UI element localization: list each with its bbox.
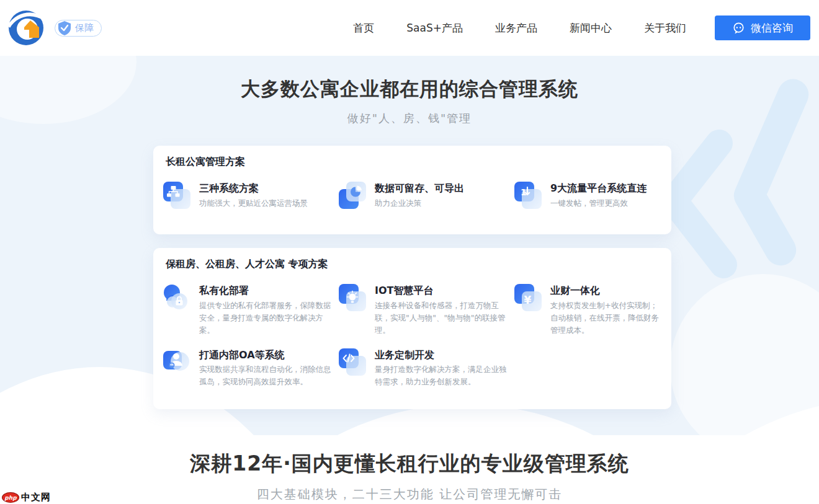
feature-desc: 量身打造数字化解决方案，满足企业独特需求，助力业务创新发展。: [375, 363, 514, 388]
svg-text:¥: ¥: [524, 294, 532, 306]
feature-private-deploy: 私有化部署 提供专业的私有化部署服务，保障数据安全，量身打造专属的数字化解决方案…: [163, 283, 338, 337]
nav-item-business-products[interactable]: 业务产品: [495, 21, 537, 35]
shield-check-icon: [56, 20, 73, 36]
code-icon: [338, 348, 367, 376]
feature-grid: 三种系统方案 功能强大，更贴近公寓运营场景 数据可留存、可导出 助力企业决策: [163, 181, 665, 210]
feature-desc: 助力企业决策: [375, 197, 464, 210]
company-logo-icon[interactable]: [6, 8, 46, 48]
feature-three-systems: 三种系统方案 功能强大，更贴近公寓运营场景: [163, 181, 338, 210]
nav-item-saas-products[interactable]: SaaS+产品: [406, 21, 463, 35]
hero-subtitle: 做好"人、房、钱"管理: [0, 111, 819, 126]
feature-traffic-platforms: 1 9大流量平台系统直连 一键发帖，管理更高效: [514, 181, 665, 210]
feature-desc: 支持权责发生制+收付实现制；自动核销，在线开票，降低财务管理成本。: [550, 299, 665, 337]
top-header: 保障 首页 SaaS+产品 业务产品 新闻中心 关于我们 微信咨询: [0, 0, 819, 56]
feature-iot-platform: IOT智慧平台 连接各种设备和传感器，打造万物互联，实现"人与物"、"物与物"的…: [338, 283, 514, 337]
hero-section: 大多数公寓企业都在用的综合管理系统 做好"人、房、钱"管理 长租公寓管理方案 三…: [0, 56, 819, 435]
feature-text: 私有化部署 提供专业的私有化部署服务，保障数据安全，量身打造专属的数字化解决方案…: [199, 283, 338, 337]
feature-text: 业财一体化 支持权责发生制+收付实现制；自动核销，在线开票，降低财务管理成本。: [550, 283, 665, 337]
feature-title: 业务定制开发: [375, 348, 514, 362]
feature-desc: 一键发帖，管理更高效: [550, 197, 647, 210]
site-watermark: php 中文网: [2, 492, 51, 503]
feature-title: 数据可留存、可导出: [375, 181, 464, 195]
wechat-consult-button-label: 微信咨询: [751, 21, 793, 35]
experience-subtitle: 四大基础模块，二十三大功能 让公司管理无懈可击: [0, 486, 819, 503]
org-chart-icon: [163, 181, 191, 210]
wechat-consult-button[interactable]: 微信咨询: [715, 15, 810, 40]
nav-item-news-center[interactable]: 新闻中心: [570, 21, 612, 35]
php-logo-icon: php: [2, 492, 19, 503]
iot-bulb-icon: [338, 283, 367, 312]
guarantee-badge: 保障: [55, 20, 102, 37]
feature-data-export: 数据可留存、可导出 助力企业决策: [338, 181, 514, 210]
feature-text: 9大流量平台系统直连 一键发帖，管理更高效: [550, 181, 647, 210]
feature-text: 三种系统方案 功能强大，更贴近公寓运营场景: [199, 181, 308, 210]
feature-text: 业务定制开发 量身打造数字化解决方案，满足企业独特需求，助力业务创新发展。: [375, 348, 514, 389]
traffic-rank-icon: 1: [514, 181, 542, 210]
chat-bubble-icon: [732, 22, 745, 35]
experience-title: 深耕12年·国内更懂长租行业的专业级管理系统: [0, 450, 819, 478]
experience-section: 深耕12年·国内更懂长租行业的专业级管理系统 四大基础模块，二十三大功能 让公司…: [0, 434, 819, 503]
yen-icon: ¥: [514, 283, 542, 312]
feature-text: 数据可留存、可导出 助力企业决策: [375, 181, 464, 210]
hero-title: 大多数公寓企业都在用的综合管理系统: [0, 76, 819, 102]
card-title: 长租公寓管理方案: [166, 156, 245, 169]
guarantee-badge-label: 保障: [75, 22, 94, 34]
main-nav: 首页 SaaS+产品 业务产品 新闻中心 关于我们: [353, 21, 686, 35]
feature-title: 9大流量平台系统直连: [550, 181, 647, 195]
feature-desc: 实现数据共享和流程自动化，消除信息孤岛，实现协同高效提升效率。: [199, 363, 338, 388]
feature-title: 业财一体化: [550, 283, 665, 298]
feature-title: 打通内部OA等系统: [199, 348, 338, 362]
cloud-lock-icon: [163, 283, 191, 312]
feature-title: 三种系统方案: [199, 181, 308, 195]
pie-chart-icon: [338, 181, 367, 210]
nav-item-about-us[interactable]: 关于我们: [644, 21, 686, 35]
card-changzu-solution: 长租公寓管理方案 三种系统方案 功能强大，更贴近公寓运营场景: [153, 146, 671, 234]
feature-text: 打通内部OA等系统 实现数据共享和流程自动化，消除信息孤岛，实现协同高效提升效率…: [199, 348, 338, 389]
feature-title: 私有化部署: [199, 283, 338, 298]
feature-title: IOT智慧平台: [375, 283, 514, 298]
nav-item-home[interactable]: 首页: [353, 21, 374, 35]
card-title: 保租房、公租房、人才公寓 专项方案: [166, 258, 328, 271]
card-special-solution: 保租房、公租房、人才公寓 专项方案 私有化部署 提供专业的私有化部署服务，保障数…: [153, 248, 671, 409]
user-link-icon: [163, 348, 191, 376]
feature-desc: 提供专业的私有化部署服务，保障数据安全，量身打造专属的数字化解决方案。: [199, 299, 338, 337]
feature-oa-integration: 打通内部OA等系统 实现数据共享和流程自动化，消除信息孤岛，实现协同高效提升效率…: [163, 348, 338, 389]
feature-custom-dev: 业务定制开发 量身打造数字化解决方案，满足企业独特需求，助力业务创新发展。: [338, 348, 514, 389]
feature-grid: 私有化部署 提供专业的私有化部署服务，保障数据安全，量身打造专属的数字化解决方案…: [163, 283, 665, 388]
feature-desc: 连接各种设备和传感器，打造万物互联，实现"人与物"、"物与物"的联接管理。: [375, 299, 514, 337]
watermark-text: 中文网: [21, 492, 51, 503]
feature-desc: 功能强大，更贴近公寓运营场景: [199, 197, 308, 210]
feature-finance-integration: ¥ 业财一体化 支持权责发生制+收付实现制；自动核销，在线开票，降低财务管理成本…: [514, 283, 665, 337]
feature-text: IOT智慧平台 连接各种设备和传感器，打造万物互联，实现"人与物"、"物与物"的…: [375, 283, 514, 337]
